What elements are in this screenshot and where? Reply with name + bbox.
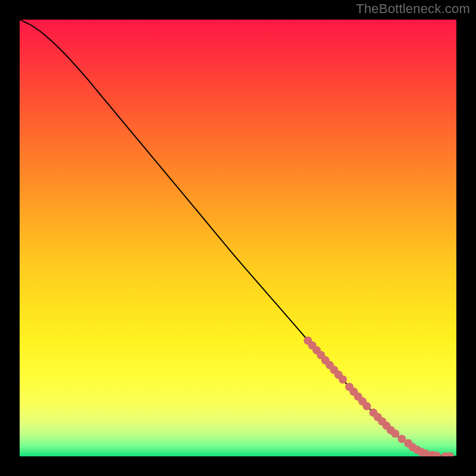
highlight-point: [339, 375, 347, 384]
chart-stage: TheBottleneck.com: [0, 0, 476, 476]
watermark-text: TheBottleneck.com: [356, 1, 470, 17]
plot-area: [20, 20, 456, 456]
chart-svg: [20, 20, 456, 456]
gradient-background: [20, 20, 456, 456]
highlight-point: [391, 430, 399, 438]
highlight-point: [363, 402, 371, 411]
